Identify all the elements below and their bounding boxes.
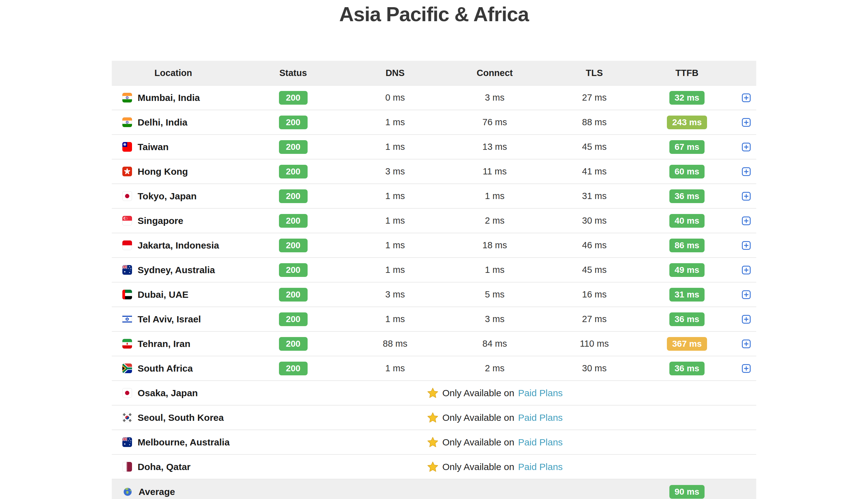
- status-badge: 200: [279, 313, 308, 326]
- status-cell: 200: [235, 282, 351, 306]
- expand-button[interactable]: [742, 290, 751, 299]
- ttfb-cell: 31 ms: [638, 282, 736, 306]
- expand-cell: [736, 209, 756, 233]
- expand-button[interactable]: [742, 241, 751, 250]
- ttfb-cell: 67 ms: [638, 135, 736, 159]
- location-label: Doha, Qatar: [138, 462, 190, 472]
- table-row-paid: Osaka, Japan Only Available on Paid Plan…: [112, 380, 756, 405]
- table-row: Mumbai, India 200 0 ms 3 ms 27 ms 32 ms: [112, 85, 756, 110]
- location-cell: Hong Kong: [112, 159, 235, 183]
- ttfb-badge: 49 ms: [669, 263, 705, 277]
- status-badge: 200: [279, 91, 308, 105]
- table-header-row: Location Status DNS Connect TLS TTFB: [112, 61, 756, 85]
- australia-flag-icon: [122, 437, 132, 447]
- expand-cell-empty: [736, 479, 756, 499]
- ttfb-badge: 40 ms: [669, 214, 705, 228]
- location-cell: Sydney, Australia: [112, 258, 235, 282]
- expand-button[interactable]: [742, 167, 751, 176]
- expand-button[interactable]: [742, 339, 751, 349]
- location-label: Tehran, Iran: [138, 339, 190, 349]
- status-badge: 200: [279, 140, 308, 154]
- location-cell: Seoul, South Korea: [112, 405, 235, 429]
- dns-value: 0 ms: [351, 86, 439, 110]
- paid-plans-link[interactable]: Paid Plans: [518, 462, 562, 472]
- connect-value: 1 ms: [439, 184, 551, 208]
- expand-button[interactable]: [742, 315, 751, 324]
- connect-value: 84 ms: [439, 332, 551, 356]
- location-cell: Tel Aviv, Israel: [112, 307, 235, 331]
- dns-value: 1 ms: [351, 258, 439, 282]
- ttfb-cell: 86 ms: [638, 233, 736, 257]
- col-header-connect: Connect: [439, 61, 551, 85]
- status-badge: 200: [279, 115, 308, 129]
- status-badge: 200: [279, 337, 308, 351]
- connect-value: 5 ms: [439, 282, 551, 306]
- paid-availability-note: Only Available on Paid Plans: [351, 405, 638, 429]
- expand-cell-empty: [736, 455, 756, 479]
- status-cell: 200: [235, 184, 351, 208]
- tls-value: 16 ms: [551, 282, 638, 306]
- ttfb-badge: 31 ms: [669, 288, 705, 302]
- dns-value: 1 ms: [351, 110, 439, 134]
- connect-value: 2 ms: [439, 356, 551, 380]
- paid-plans-link[interactable]: Paid Plans: [518, 437, 562, 448]
- location-cell: South Africa: [112, 356, 235, 380]
- expand-button[interactable]: [742, 142, 751, 152]
- location-label: South Africa: [138, 363, 193, 374]
- tls-value: 27 ms: [551, 86, 638, 110]
- table-row: Dubai, UAE 200 3 ms 5 ms 16 ms 31 ms: [112, 282, 756, 306]
- status-badge: 200: [279, 263, 308, 277]
- status-badge: 200: [279, 190, 308, 203]
- expand-button[interactable]: [742, 118, 751, 127]
- ttfb-cell: 36 ms: [638, 356, 736, 380]
- ttfb-cell: 367 ms: [638, 332, 736, 356]
- ttfb-cell: 243 ms: [638, 110, 736, 134]
- location-cell: Mumbai, India: [112, 86, 235, 110]
- location-label: Melbourne, Australia: [138, 437, 230, 448]
- ttfb-badge: 90 ms: [669, 485, 705, 499]
- ttfb-cell: 49 ms: [638, 258, 736, 282]
- status-badge: 200: [279, 288, 308, 302]
- dns-value: 1 ms: [351, 356, 439, 380]
- paid-note-text: Only Available on: [443, 412, 514, 423]
- connect-value: 2 ms: [439, 209, 551, 233]
- table-row-paid: Seoul, South Korea Only Available on Pai…: [112, 405, 756, 429]
- ttfb-cell-empty: [638, 430, 736, 454]
- table-row: Singapore 200 1 ms 2 ms 30 ms 40 ms: [112, 208, 756, 233]
- expand-cell-empty: [736, 381, 756, 405]
- col-header-ttfb: TTFB: [638, 61, 736, 85]
- ttfb-badge: 60 ms: [669, 165, 705, 179]
- status-badge: 200: [279, 239, 308, 252]
- dns-value: 3 ms: [351, 159, 439, 183]
- ttfb-badge: 67 ms: [669, 140, 705, 154]
- star-icon: [427, 387, 439, 399]
- expand-button[interactable]: [742, 216, 751, 226]
- tls-value: 45 ms: [551, 135, 638, 159]
- ttfb-cell: 36 ms: [638, 184, 736, 208]
- expand-cell-empty: [736, 430, 756, 454]
- location-label: Seoul, South Korea: [138, 412, 224, 423]
- expand-cell: [736, 332, 756, 356]
- uae-flag-icon: [122, 290, 132, 299]
- location-label: Singapore: [138, 216, 183, 226]
- tls-value: 46 ms: [551, 233, 638, 257]
- tls-value: 110 ms: [551, 332, 638, 356]
- status-cell-empty: [235, 381, 351, 405]
- paid-plans-link[interactable]: Paid Plans: [518, 412, 562, 423]
- status-cell: 200: [235, 356, 351, 380]
- expand-button[interactable]: [742, 93, 751, 102]
- ttfb-badge: 367 ms: [667, 337, 707, 351]
- expand-button[interactable]: [742, 265, 751, 275]
- location-cell: Osaka, Japan: [112, 381, 235, 405]
- paid-plans-link[interactable]: Paid Plans: [518, 388, 562, 398]
- expand-button[interactable]: [742, 364, 751, 373]
- col-header-location: Location: [112, 61, 235, 85]
- dns-value: 1 ms: [351, 135, 439, 159]
- connect-value: 3 ms: [439, 307, 551, 331]
- expand-button[interactable]: [742, 192, 751, 201]
- status-cell-empty: [235, 455, 351, 479]
- location-cell: Jakarta, Indonesia: [112, 233, 235, 257]
- col-header-dns: DNS: [351, 61, 439, 85]
- ttfb-cell-empty: [638, 455, 736, 479]
- ttfb-badge: 36 ms: [669, 313, 705, 326]
